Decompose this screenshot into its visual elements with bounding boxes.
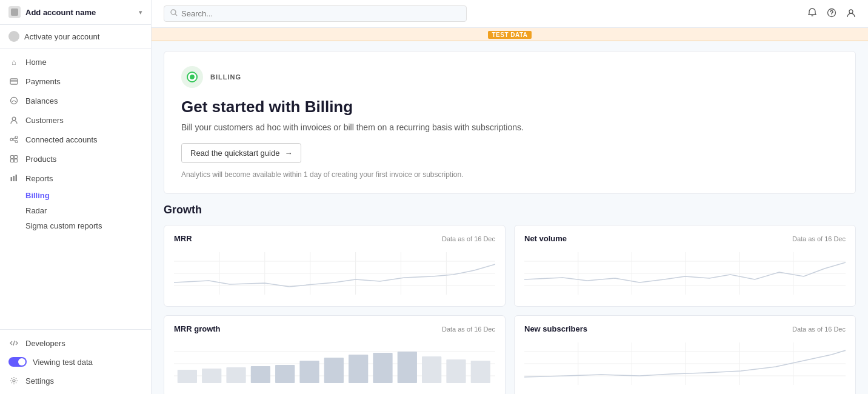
sidebar-item-connected[interactable]: Connected accounts: [0, 130, 151, 149]
chart-header-new-subscribers: New subscribers Data as of 16 Dec: [524, 324, 846, 333]
customers-icon: [8, 115, 19, 125]
svg-rect-13: [15, 159, 18, 162]
sidebar-item-customers-label: Customers: [25, 116, 64, 125]
test-data-label: Viewing test data: [33, 358, 93, 367]
svg-rect-56: [446, 359, 466, 383]
sidebar-item-sigma[interactable]: Sigma custom reports: [0, 218, 151, 233]
sidebar-item-payments-label: Payments: [25, 77, 61, 86]
sidebar-item-radar-label: Radar: [25, 206, 47, 215]
svg-rect-48: [251, 366, 270, 383]
svg-rect-15: [13, 176, 15, 181]
svg-rect-55: [422, 356, 441, 383]
analytics-note: Analytics will become available within 1…: [181, 170, 838, 179]
sidebar-item-balances[interactable]: Balances: [0, 91, 151, 110]
growth-section: Growth MRR Data as of 16 Dec: [152, 204, 868, 394]
home-icon: ⌂: [8, 56, 19, 67]
chart-card-net-volume: Net volume Data as of 16 Dec: [514, 225, 856, 307]
billing-badge-label: BILLING: [210, 73, 241, 81]
billing-description: Bill your customers ad hoc with invoices…: [181, 122, 838, 132]
main-area: TEST DATA BILLING Get started with Billi…: [152, 0, 868, 394]
sidebar-bottom: Developers Viewing test data Settings: [0, 329, 151, 394]
sidebar-item-customers[interactable]: Customers: [0, 110, 151, 130]
svg-line-17: [13, 341, 15, 346]
svg-rect-2: [10, 81, 18, 82]
chart-title-mrr: MRR: [174, 234, 192, 243]
svg-rect-10: [11, 156, 14, 159]
user-icon[interactable]: [846, 8, 856, 20]
help-icon[interactable]: [827, 8, 836, 20]
sidebar-item-products-label: Products: [25, 155, 56, 164]
sidebar-item-billing[interactable]: Billing: [0, 188, 151, 203]
chart-title-new-subscribers: New subscribers: [524, 324, 587, 333]
sidebar-item-radar[interactable]: Radar: [0, 203, 151, 218]
sidebar-item-connected-label: Connected accounts: [25, 135, 98, 144]
test-data-banner: TEST DATA: [152, 28, 868, 41]
activate-account-item[interactable]: Activate your account: [0, 25, 151, 48]
svg-rect-51: [324, 358, 344, 383]
svg-line-9: [13, 140, 15, 141]
billing-intro-card: BILLING Get started with Billing Bill yo…: [164, 51, 856, 194]
svg-point-6: [15, 136, 18, 139]
chart-date-mrr: Data as of 16 Dec: [442, 235, 495, 242]
account-icon: [8, 6, 21, 18]
svg-rect-46: [202, 369, 221, 383]
account-selector[interactable]: Add account name ▾: [0, 0, 151, 25]
chart-area-mrr: [174, 249, 495, 298]
sidebar-item-reports-label: Reports: [25, 174, 53, 183]
charts-grid: MRR Data as of 16 Dec: [164, 225, 856, 394]
sidebar-item-billing-label: Billing: [25, 191, 50, 200]
viewing-test-data-toggle[interactable]: Viewing test data: [0, 353, 151, 371]
sidebar-item-products[interactable]: Products: [0, 149, 151, 169]
developers-icon: [8, 338, 19, 349]
sidebar-item-home[interactable]: ⌂ Home: [0, 52, 151, 72]
sidebar-item-settings[interactable]: Settings: [0, 371, 151, 390]
svg-rect-54: [398, 352, 417, 383]
sidebar-item-developers[interactable]: Developers: [0, 333, 151, 353]
svg-rect-11: [15, 156, 18, 159]
header: [152, 0, 868, 28]
settings-icon: [8, 375, 19, 386]
chart-header-net-volume: Net volume Data as of 16 Dec: [524, 234, 846, 243]
connected-icon: [8, 134, 19, 145]
chart-date-mrr-growth: Data as of 16 Dec: [442, 326, 495, 333]
billing-logo-wrap: [181, 66, 203, 88]
svg-line-20: [175, 14, 177, 16]
sidebar-item-reports[interactable]: Reports: [0, 169, 151, 188]
svg-rect-57: [471, 361, 490, 383]
svg-point-23: [831, 14, 832, 15]
chart-date-net-volume: Data as of 16 Dec: [792, 235, 846, 242]
svg-rect-16: [16, 175, 18, 181]
chart-area-net-volume: [524, 249, 846, 298]
balances-icon: [8, 95, 19, 106]
sidebar: Add account name ▾ Activate your account…: [0, 0, 152, 394]
billing-card-header: BILLING: [181, 66, 838, 88]
sidebar-item-balances-label: Balances: [25, 96, 58, 105]
chart-area-new-subscribers: [524, 339, 846, 388]
test-data-switch[interactable]: [8, 357, 27, 367]
reports-icon: [8, 173, 19, 184]
bell-icon[interactable]: [807, 8, 817, 20]
growth-title: Growth: [164, 204, 856, 216]
svg-rect-52: [349, 355, 368, 383]
search-bar[interactable]: [164, 5, 467, 22]
chart-header-mrr: MRR Data as of 16 Dec: [174, 234, 495, 243]
quickstart-button[interactable]: Read the quickstart guide →: [181, 143, 301, 163]
svg-point-19: [171, 10, 176, 15]
chart-card-new-subscribers: New subscribers Data as of 16 Dec: [514, 315, 856, 394]
account-name: Add account name: [25, 8, 139, 17]
chart-title-mrr-growth: MRR growth: [174, 324, 221, 333]
svg-rect-0: [11, 8, 18, 16]
chart-title-net-volume: Net volume: [524, 234, 567, 243]
sidebar-item-home-label: Home: [25, 58, 47, 67]
search-icon: [170, 9, 178, 18]
chart-card-mrr: MRR Data as of 16 Dec: [164, 225, 506, 307]
svg-rect-14: [11, 177, 13, 181]
svg-rect-53: [373, 353, 392, 383]
content-area: TEST DATA BILLING Get started with Billi…: [152, 28, 868, 394]
svg-point-5: [10, 138, 13, 141]
sidebar-item-payments[interactable]: Payments: [0, 72, 151, 91]
svg-rect-49: [275, 365, 295, 383]
svg-rect-45: [178, 370, 197, 383]
activate-label: Activate your account: [24, 32, 99, 41]
search-input[interactable]: [181, 9, 460, 18]
